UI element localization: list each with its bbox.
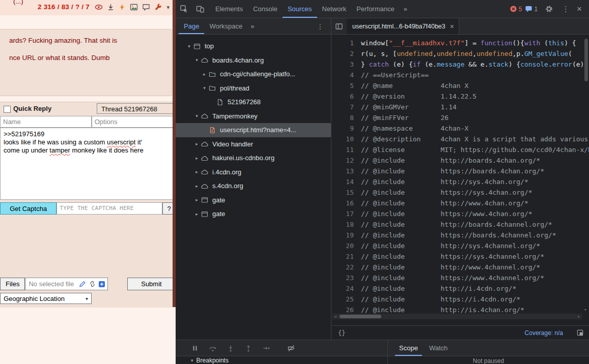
more-tabs-button[interactable]: » <box>400 0 411 18</box>
close-icon[interactable]: × <box>575 4 584 14</box>
line-number[interactable]: 14 <box>331 176 361 187</box>
horizontal-scrollbar[interactable]: ◂ ▸ <box>332 314 582 319</box>
inspect-icon[interactable] <box>176 0 192 18</box>
tree-item-pol-thread[interactable]: ▾pol/thread <box>176 81 331 96</box>
expand-arrow-icon[interactable]: ▾ <box>193 113 201 118</box>
vertical-scrollbar-thumb[interactable] <box>584 39 588 81</box>
error-badge[interactable]: 5 <box>510 5 522 13</box>
line-number[interactable]: 19 <box>331 230 361 240</box>
tree-item-s-4cdn-org[interactable]: ▸s.4cdn.org <box>176 179 331 193</box>
captcha-input[interactable]: TYPE THE CAPTCHA HERE <box>57 202 162 215</box>
line-number[interactable]: 4 <box>331 70 361 80</box>
tree-item-boards-4chan-org[interactable]: ▾boards.4chan.org <box>176 53 331 68</box>
file-tab[interactable]: userscript.html...6-b49ba7f40be3 × <box>347 18 459 34</box>
quick-reply-header[interactable]: Quick Reply Thread 521967268 <box>0 102 176 116</box>
tab-elements[interactable]: Elements <box>210 0 248 18</box>
comment-textarea[interactable]: >>521975169looks like if he was using a … <box>0 128 176 200</box>
line-number[interactable]: 12 <box>331 155 361 166</box>
expand-arrow-icon[interactable]: ▾ <box>193 57 201 63</box>
image-icon[interactable] <box>130 3 138 11</box>
kebab-menu-icon[interactable]: ⋮ <box>560 5 572 14</box>
issues-badge[interactable]: 1 <box>525 5 538 13</box>
line-number[interactable]: 20 <box>331 240 361 251</box>
step-into-icon[interactable] <box>227 344 235 352</box>
tree-item-hakurei-us-cdnbo-org[interactable]: ▸hakurei.us-cdnbo.org <box>176 151 331 165</box>
line-number[interactable]: 7 <box>331 102 361 112</box>
step-over-icon[interactable] <box>209 344 217 352</box>
tree-item-tampermonkey[interactable]: ▾Tampermonkey <box>176 109 331 124</box>
options-field[interactable]: Options <box>92 116 176 128</box>
line-number[interactable]: 21 <box>331 251 361 262</box>
line-number[interactable]: 18 <box>331 219 361 230</box>
breakpoints-section[interactable]: ▾ Breakpoints <box>176 356 387 364</box>
expand-arrow-icon[interactable]: ▸ <box>201 72 208 77</box>
line-number[interactable]: 2 <box>331 48 361 59</box>
name-field[interactable]: Name <box>0 116 92 128</box>
deactivate-breakpoints-icon[interactable] <box>287 344 295 352</box>
settings-gear-icon[interactable] <box>541 0 557 18</box>
line-number[interactable]: 17 <box>331 208 361 219</box>
get-captcha-button[interactable]: Get Captcha <box>0 202 57 215</box>
qr-checkbox[interactable] <box>4 106 11 113</box>
sidebar-more-tabs-button[interactable]: » <box>247 22 257 30</box>
expand-arrow-icon[interactable]: ▸ <box>193 197 201 202</box>
line-number[interactable]: 25 <box>331 294 361 305</box>
line-number[interactable]: 9 <box>331 123 361 134</box>
expand-arrow-icon[interactable]: ▸ <box>193 169 201 174</box>
coverage-icon[interactable] <box>576 329 584 337</box>
tree-item-video-handler[interactable]: ▸Video handler <box>176 137 331 151</box>
line-number[interactable]: 10 <box>331 134 361 144</box>
speech-bubble-icon[interactable] <box>142 3 150 11</box>
plus-square-icon[interactable] <box>98 281 105 290</box>
sidebar-kebab-menu-icon[interactable]: ⋮ <box>310 22 331 31</box>
line-number[interactable]: 11 <box>331 144 361 155</box>
wrench-icon[interactable] <box>154 3 162 11</box>
tree-item-gate[interactable]: ▸gate <box>176 207 331 221</box>
caret-down-icon[interactable]: ▾ <box>166 3 170 11</box>
close-tab-icon[interactable]: × <box>450 22 454 31</box>
line-number[interactable]: 24 <box>331 283 361 294</box>
tree-item-521967268[interactable]: 521967268 <box>176 95 331 109</box>
expand-arrow-icon[interactable]: ▾ <box>185 44 193 49</box>
geographic-location-select[interactable]: Geographic Location ▾ <box>0 293 92 304</box>
download-arrow-icon[interactable] <box>107 3 115 11</box>
tree-item-top[interactable]: ▾top <box>176 39 331 53</box>
expand-arrow-icon[interactable]: ▸ <box>193 141 201 146</box>
line-number[interactable]: 13 <box>331 166 361 176</box>
navigator-toggle-icon[interactable] <box>331 18 347 34</box>
file-input[interactable]: No selected file <box>25 278 107 290</box>
tab-network[interactable]: Network <box>317 0 352 18</box>
coverage-status[interactable]: Coverage: n/a <box>525 329 563 337</box>
lightning-icon[interactable] <box>119 3 126 11</box>
tree-item-gate[interactable]: ▸gate <box>176 193 331 207</box>
sidebar-tab-page[interactable]: Page <box>179 18 204 34</box>
expand-arrow-icon[interactable]: ▸ <box>193 156 201 161</box>
pretty-print-button[interactable]: {} <box>331 329 352 337</box>
scroll-down-icon[interactable]: ▾ <box>582 305 588 315</box>
tab-console[interactable]: Console <box>248 0 283 18</box>
tab-watch[interactable]: Watch <box>425 340 452 356</box>
line-number[interactable]: 8 <box>331 112 361 123</box>
tree-item-userscript-html-name-4-[interactable]: userscript.html?name=4... <box>176 123 331 137</box>
eye-icon[interactable] <box>95 3 103 11</box>
line-number[interactable]: 3 <box>331 59 361 70</box>
tab-scope[interactable]: Scope <box>395 340 422 356</box>
pencil-icon[interactable] <box>79 280 87 290</box>
line-number[interactable]: 5 <box>331 80 361 91</box>
line-number[interactable]: 16 <box>331 198 361 208</box>
tab-performance[interactable]: Performance <box>351 0 399 18</box>
expand-arrow-icon[interactable]: ▸ <box>193 211 201 217</box>
pause-icon[interactable] <box>191 344 199 352</box>
expand-arrow-icon[interactable]: ▾ <box>191 358 193 363</box>
step-out-icon[interactable] <box>244 344 253 352</box>
line-number[interactable]: 15 <box>331 187 361 198</box>
line-number[interactable]: 1 <box>331 38 361 48</box>
expand-arrow-icon[interactable]: ▾ <box>201 85 208 90</box>
device-toolbar-icon[interactable] <box>192 0 208 18</box>
submit-button[interactable]: Submit <box>127 278 176 290</box>
tree-item-cdn-cgi-challenge-platfo-[interactable]: ▸cdn-cgi/challenge-platfo... <box>176 67 331 81</box>
scroll-right-icon[interactable]: ▸ <box>576 314 582 319</box>
step-icon[interactable] <box>262 344 270 352</box>
code-editor[interactable]: 1window["__f__miaadhxv.t7f"] = function(… <box>331 35 589 319</box>
scroll-left-icon[interactable]: ◂ <box>332 314 339 319</box>
